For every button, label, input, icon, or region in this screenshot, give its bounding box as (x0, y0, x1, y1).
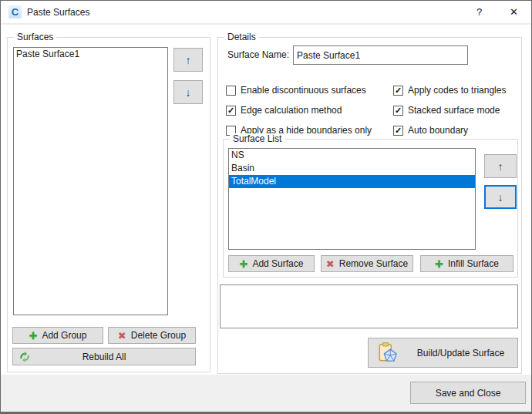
surface-list[interactable]: NS Basin TotalModel (228, 148, 476, 250)
rebuild-all-label: Rebuild All (82, 352, 126, 362)
window-title: Paste Surfaces (27, 7, 462, 18)
help-button[interactable]: ? (462, 1, 497, 23)
delete-x-icon: ✖ (118, 331, 126, 341)
checkbox-label: Enable discontinuous surfaces (241, 85, 366, 96)
plus-icon: ✚ (29, 331, 38, 341)
up-arrow-icon: ↑ (498, 160, 503, 173)
save-and-close-label: Save and Close (436, 388, 501, 399)
checkbox-apply-codes-to-triangles[interactable]: ✓ Apply codes to triangles (393, 80, 517, 100)
surfaces-list[interactable]: Paste Surface1 (13, 47, 168, 315)
checkbox-label: Auto boundary (408, 125, 468, 136)
surfaces-group-label: Surfaces (14, 32, 56, 42)
help-icon: ? (476, 6, 482, 18)
checkbox-edge-calculation-method[interactable]: ✓ Edge calculation method (226, 100, 393, 120)
checkbox-enable-discontinuous-surfaces[interactable]: ✓ Enable discontinuous surfaces (226, 80, 393, 100)
add-surface-label: Add Surface (252, 258, 303, 269)
checkbox-box: ✓ (393, 126, 403, 136)
close-button[interactable]: ✕ (497, 1, 531, 23)
plus-icon: ✚ (240, 259, 248, 269)
build-update-surface-button[interactable]: Build/Update Surface (368, 338, 518, 368)
list-item[interactable]: TotalModel (229, 175, 475, 188)
checkbox-auto-boundary[interactable]: ✓ Auto boundary (393, 120, 517, 140)
options-checkbox-grid: ✓ Enable discontinuous surfaces ✓ Apply … (226, 80, 517, 140)
surface-list-group-label: Surface List (230, 133, 285, 144)
remove-surface-button[interactable]: ✖ Remove Surface (321, 255, 413, 272)
check-icon: ✓ (395, 126, 402, 135)
remove-x-icon: ✖ (326, 259, 335, 269)
surfaces-move-down-button[interactable]: ↓ (173, 80, 203, 104)
close-icon: ✕ (510, 6, 518, 18)
list-item[interactable]: Basin (229, 162, 475, 175)
surface-name-input[interactable] (293, 45, 468, 65)
message-panel (220, 284, 518, 328)
build-update-surface-label: Build/Update Surface (404, 348, 517, 358)
list-item[interactable]: NS (229, 149, 475, 162)
rebuild-all-button[interactable]: Rebuild All (12, 348, 196, 365)
rebuild-cycle-icon (19, 351, 31, 363)
delete-group-label: Delete Group (131, 330, 186, 341)
infill-surface-label: Infill Surface (448, 258, 499, 269)
details-group: Details Surface Name: ✓ Enable discontin… (217, 37, 522, 374)
checkbox-label: Stacked surface mode (408, 105, 500, 116)
save-and-close-button[interactable]: Save and Close (410, 382, 526, 404)
list-item[interactable]: Paste Surface1 (14, 48, 167, 61)
titlebar: C Paste Surfaces ? ✕ (1, 1, 531, 25)
surface-name-label: Surface Name: (227, 49, 289, 60)
checkbox-label: Edge calculation method (241, 105, 342, 116)
down-arrow-icon: ↓ (186, 86, 191, 99)
footer-bar: Save and Close (1, 375, 531, 412)
checkbox-box: ✓ (393, 106, 403, 116)
surface-list-group: Surface List NS Basin TotalModel ↑ ↓ ✚ A… (223, 139, 518, 278)
paste-surfaces-dialog: C Paste Surfaces ? ✕ Surfaces Paste Surf… (0, 0, 532, 414)
add-group-button[interactable]: ✚ Add Group (12, 327, 103, 344)
check-icon: ✓ (227, 106, 234, 115)
surfaces-move-up-button[interactable]: ↑ (173, 48, 203, 72)
checkbox-box: ✓ (226, 106, 236, 116)
infill-surface-button[interactable]: ✚ Infill Surface (420, 255, 513, 272)
checkbox-label: Apply codes to triangles (408, 85, 506, 96)
check-icon: ✓ (395, 106, 402, 115)
surface-list-move-up-button[interactable]: ↑ (484, 154, 517, 178)
checkbox-stacked-surface-mode[interactable]: ✓ Stacked surface mode (393, 100, 517, 120)
clipboard-surface-icon (376, 342, 399, 365)
surfaces-group: Surfaces Paste Surface1 ↑ ↓ ✚ Add Group … (7, 37, 210, 372)
app-icon: C (8, 5, 22, 19)
surface-list-move-down-button[interactable]: ↓ (484, 185, 517, 209)
add-group-label: Add Group (42, 330, 86, 341)
details-group-label: Details (224, 32, 259, 42)
remove-surface-label: Remove Surface (339, 258, 408, 269)
delete-group-button[interactable]: ✖ Delete Group (108, 327, 196, 344)
add-surface-button[interactable]: ✚ Add Surface (228, 255, 315, 272)
up-arrow-icon: ↑ (186, 54, 191, 66)
checkbox-box: ✓ (226, 86, 236, 96)
check-icon: ✓ (395, 86, 402, 95)
checkbox-box: ✓ (393, 86, 403, 96)
plus-icon: ✚ (435, 259, 443, 269)
down-arrow-icon: ↓ (498, 191, 503, 204)
